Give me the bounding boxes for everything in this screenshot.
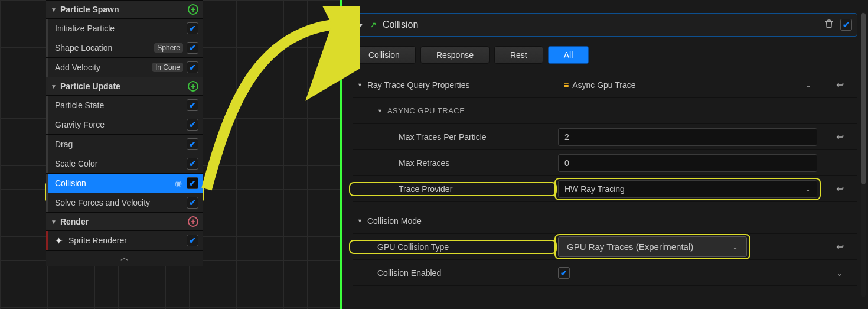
module-scale-color[interactable]: Scale Color✔ [46, 154, 203, 173]
chevron-up-icon: ︿ [120, 253, 129, 262]
module-label: Collision [55, 178, 171, 188]
input-max-traces[interactable] [558, 128, 817, 146]
visibility-icon[interactable]: ◉ [175, 178, 182, 188]
module-checkbox[interactable]: ✔ [187, 158, 198, 170]
module-label: Shape Location [55, 43, 151, 53]
caret-down-icon[interactable]: ▼ [357, 218, 363, 224]
filter-all[interactable]: All [548, 46, 589, 64]
category-filter-row: CollisionResponseRestAll [353, 46, 857, 64]
module-label: Particle State [55, 100, 183, 110]
scrollbar-thumb[interactable] [861, 13, 866, 184]
dropdown-gpu-collision-type[interactable]: GPU Ray Traces (Experimental) ⌄ [558, 236, 747, 257]
add-module-icon[interactable]: + [188, 216, 198, 227]
module-sprite-renderer[interactable]: ✦Sprite Renderer✔ [46, 230, 203, 250]
row-ray-trace-query: ▼ Ray Trace Query Properties ≡Async Gpu … [353, 72, 857, 98]
goto-icon[interactable]: ↗ [370, 20, 377, 30]
filter-rest[interactable]: Rest [494, 46, 543, 64]
module-strip [46, 96, 48, 115]
module-initialize-particle[interactable]: Initialize Particle✔ [46, 18, 203, 38]
module-checkbox[interactable]: ✔ [187, 99, 198, 111]
row-collision-enabled: Collision Enabled ✔ ⌄ [353, 260, 857, 286]
module-strip [46, 58, 48, 77]
reset-icon[interactable]: ↩ [822, 79, 857, 90]
module-label: Solve Forces and Velocity [55, 198, 183, 207]
sprite-icon: ✦ [55, 235, 63, 246]
dropdown-ray-trace-query[interactable]: ≡Async Gpu Trace ⌄ [558, 77, 817, 93]
panel-divider-highlight [340, 0, 342, 309]
module-stack-panel: ▼ Particle Spawn +Initialize Particle✔Sh… [46, 0, 203, 266]
caret-down-icon: ▼ [51, 219, 57, 225]
module-checkbox[interactable]: ✔ [187, 42, 198, 54]
checkbox-collision-enabled[interactable]: ✔ [558, 267, 570, 279]
module-strip [46, 174, 48, 193]
trash-icon[interactable] [824, 18, 834, 31]
module-checkbox[interactable]: ✔ [187, 119, 198, 131]
module-checkbox[interactable]: ✔ [187, 22, 198, 34]
row-gpu-collision-type: GPU Collision Type GPU Ray Traces (Exper… [353, 234, 857, 260]
module-checkbox[interactable]: ✔ [187, 197, 198, 209]
details-panel: ▼ ↗ Collision ✔ CollisionResponseRestAll… [342, 0, 868, 309]
section-title: Particle Spawn [60, 5, 188, 14]
database-icon: ≡ [564, 80, 569, 90]
module-checkbox[interactable]: ✔ [187, 61, 198, 73]
row-collision-mode-header: ▼ Collision Mode [353, 208, 857, 234]
chevron-down-icon: ⌄ [732, 243, 738, 251]
module-particle-state[interactable]: Particle State✔ [46, 95, 203, 115]
label-async-header: ▼ ASYNC GPU TRACE [353, 106, 857, 115]
module-strip [46, 154, 48, 173]
add-module-icon[interactable]: + [188, 81, 198, 92]
module-strip [46, 19, 48, 38]
module-label: Gravity Force [55, 120, 183, 129]
label-collision-enabled: Collision Enabled [353, 268, 553, 278]
row-max-traces: Max Traces Per Particle ↩ [353, 124, 857, 150]
scrollbar[interactable] [861, 12, 866, 297]
row-trace-provider: Trace Provider HW Ray Tracing ⌄ ↩ [353, 176, 857, 202]
label-collision-mode: ▼ Collision Mode [353, 216, 857, 226]
row-max-retraces: Max Retraces [353, 150, 857, 176]
module-strip [46, 231, 48, 250]
details-header: ▼ ↗ Collision ✔ [353, 13, 857, 37]
module-checkbox[interactable]: ✔ [187, 138, 198, 150]
caret-down-icon[interactable]: ▼ [358, 22, 364, 28]
section-title: Render [60, 217, 188, 226]
section-title: Particle Update [60, 82, 188, 91]
reset-icon[interactable]: ↩ [822, 241, 857, 252]
caret-down-icon[interactable]: ▼ [377, 108, 383, 114]
module-strip [46, 193, 48, 212]
module-strip [46, 115, 48, 134]
module-gravity-force[interactable]: Gravity Force✔ [46, 115, 203, 134]
details-title: Collision [383, 19, 818, 30]
chevron-down-icon: ⌄ [805, 185, 811, 193]
dropdown-trace-provider[interactable]: HW Ray Tracing ⌄ [558, 180, 817, 198]
module-label: Sprite Renderer [68, 236, 183, 245]
module-checkbox[interactable]: ✔ [187, 235, 198, 246]
module-drag[interactable]: Drag✔ [46, 134, 203, 154]
module-label: Add Velocity [55, 63, 149, 72]
section-header-particle-update[interactable]: ▼ Particle Update + [46, 77, 203, 95]
module-checkbox[interactable]: ✔ [187, 177, 198, 189]
reset-icon[interactable]: ↩ [822, 183, 857, 194]
module-label: Drag [55, 139, 183, 149]
add-module-icon[interactable]: + [188, 4, 198, 15]
module-shape-location[interactable]: Shape LocationSphere✔ [46, 38, 203, 57]
module-add-velocity[interactable]: Add VelocityIn Cone✔ [46, 57, 203, 77]
caret-down-icon: ▼ [51, 6, 57, 13]
filter-response[interactable]: Response [420, 46, 490, 64]
section-header-particle-spawn[interactable]: ▼ Particle Spawn + [46, 0, 203, 18]
label-ray-trace-query: ▼ Ray Trace Query Properties [353, 80, 553, 90]
chevron-down-icon[interactable]: ⌄ [837, 269, 843, 278]
reset-icon[interactable]: ↩ [822, 131, 857, 142]
module-solve-forces-and-velocity[interactable]: Solve Forces and Velocity✔ [46, 193, 203, 212]
caret-down-icon[interactable]: ▼ [357, 82, 363, 88]
section-header-render[interactable]: ▼ Render + [46, 212, 203, 230]
module-label: Initialize Particle [55, 24, 183, 33]
label-max-traces: Max Traces Per Particle [353, 132, 553, 142]
module-enabled-checkbox[interactable]: ✔ [840, 19, 852, 31]
module-collision[interactable]: Collision◉✔ [46, 173, 203, 193]
label-gpu-collision-type: GPU Collision Type [353, 242, 553, 252]
module-label: Scale Color [55, 159, 183, 168]
input-max-retraces[interactable] [558, 154, 817, 172]
module-badge: In Cone [152, 63, 183, 72]
collapse-bar[interactable]: ︿ [46, 250, 203, 266]
filter-collision[interactable]: Collision [353, 46, 416, 64]
